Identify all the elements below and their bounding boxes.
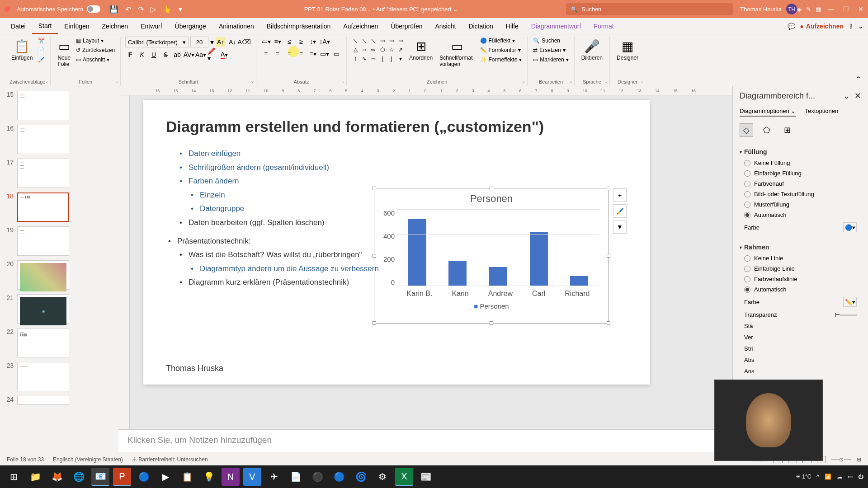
excel-icon[interactable]: X: [395, 468, 413, 486]
font-color-icon[interactable]: A▾: [219, 50, 229, 60]
tab-textoptionen[interactable]: Textoptionen: [805, 108, 838, 117]
radio-pattern-fill[interactable]: Musterfüllung: [740, 199, 861, 210]
pane-dropdown-icon[interactable]: ⌄: [843, 91, 850, 101]
toggle-switch-icon[interactable]: [87, 5, 100, 13]
bullet-item[interactable]: Farben ändern: [166, 174, 627, 188]
comments-icon[interactable]: 💬: [788, 23, 795, 30]
font-size-input[interactable]: 20: [190, 37, 208, 47]
customize-qat-icon[interactable]: ▾: [179, 5, 182, 14]
increase-indent-icon[interactable]: ≥: [296, 37, 306, 47]
app-icon[interactable]: 🌀: [352, 468, 370, 486]
tray-cloud-icon[interactable]: ☁: [837, 474, 842, 480]
tab-zeichnen[interactable]: Zeichnen: [96, 19, 135, 33]
slide-thumbnail-22[interactable]: ━━━▊▊▊▊: [17, 328, 69, 357]
collapse-ribbon-icon[interactable]: ⌄: [858, 23, 863, 30]
shape-connector-icon[interactable]: ⤳: [369, 55, 377, 63]
record-button[interactable]: Aufzeichnen: [800, 23, 844, 30]
effects-icon[interactable]: ⬠: [760, 123, 774, 137]
tab-format[interactable]: Format: [587, 19, 620, 33]
slide-canvas[interactable]: Diagramm erstellen und formatieren („cus…: [143, 100, 650, 385]
resize-handle[interactable]: [607, 187, 610, 190]
effects-button[interactable]: ✨ Formeffekte ▾: [479, 56, 523, 64]
undo-icon[interactable]: ↶: [125, 5, 131, 14]
align-left-icon[interactable]: ≡: [261, 49, 271, 59]
tab-diagrammoptionen[interactable]: Diagrammoptionen ⌄: [740, 108, 796, 117]
tab-aufzeichnen[interactable]: Aufzeichnen: [337, 19, 384, 33]
share-icon[interactable]: ⇪: [848, 23, 854, 30]
search-input[interactable]: 🔍 Suchen: [566, 3, 733, 15]
replace-button[interactable]: ⇄ Ersetzen ▾: [532, 46, 569, 54]
smartart-icon[interactable]: ▭: [331, 49, 341, 59]
case-icon[interactable]: Aa▾: [196, 50, 206, 60]
chart-legend[interactable]: Personen: [374, 298, 609, 314]
shapes-gallery[interactable]: ＼＼＼▭▭▭ △○⇨⬡☆↗ ⌇∿⤳{}▾: [351, 37, 405, 63]
chart-bar[interactable]: [570, 276, 588, 286]
horizontal-ruler[interactable]: 1615141312111098765432101234567891011121…: [118, 86, 732, 95]
chart-bar[interactable]: [489, 267, 507, 286]
align-text-icon[interactable]: ▭▾: [320, 49, 330, 59]
accessibility-checker[interactable]: ⚠ Barrierefreiheit: Untersuchen: [132, 456, 208, 463]
spacing-icon[interactable]: AV▾: [184, 50, 194, 60]
radio-no-line[interactable]: Keine Linie: [740, 253, 861, 263]
tab-einfuegen[interactable]: Einfügen: [58, 19, 95, 33]
maximize-icon[interactable]: ☐: [843, 5, 849, 13]
calendar-icon[interactable]: ▦: [816, 6, 821, 13]
shape-line-icon[interactable]: ＼: [351, 37, 359, 45]
firefox-icon[interactable]: 🦊: [48, 468, 66, 486]
file-explorer-icon[interactable]: 📁: [26, 468, 44, 486]
shape-triangle-icon[interactable]: △: [351, 46, 359, 54]
fill-color-picker[interactable]: 🔵▾: [843, 222, 857, 232]
line-spacing-icon[interactable]: ↕▾: [308, 37, 318, 47]
shape-arrow-icon[interactable]: ⇨: [369, 46, 377, 54]
slide-thumbnail-19[interactable]: ━━━～～～: [17, 226, 69, 256]
fill-line-icon[interactable]: ◇: [740, 123, 753, 137]
slide-thumbnail-21[interactable]: 🗺️: [17, 294, 69, 324]
shape-line-icon[interactable]: ＼: [360, 37, 368, 45]
shape-arrow-icon[interactable]: ↗: [396, 46, 405, 54]
columns-icon[interactable]: ≡▾: [308, 49, 318, 59]
numbering-icon[interactable]: ≡▾: [273, 37, 283, 47]
slide-thumbnail-16[interactable]: ══════: [17, 125, 69, 154]
start-menu-icon[interactable]: ⊞: [5, 468, 23, 486]
chart-elements-button[interactable]: +: [613, 188, 627, 202]
radio-auto-fill[interactable]: Automatisch: [740, 210, 861, 220]
bullets-icon[interactable]: ≔▾: [261, 37, 271, 47]
slide-thumbnail-20[interactable]: [17, 260, 69, 290]
shape-line-icon[interactable]: ＼: [369, 37, 377, 45]
bold-icon[interactable]: F: [125, 50, 135, 60]
radio-solid-fill[interactable]: Einfarbige Füllung: [740, 168, 861, 178]
telegram-icon[interactable]: ✈: [265, 468, 283, 486]
reset-button[interactable]: ↺ Zurücksetzen: [75, 46, 116, 54]
chart-bar[interactable]: [408, 219, 426, 286]
onenote-icon[interactable]: N: [222, 468, 240, 486]
tab-hilfe[interactable]: Hilfe: [500, 19, 525, 33]
shape-more-icon[interactable]: ▾: [396, 55, 405, 63]
slide-title[interactable]: Diagramm erstellen und formatieren („cus…: [166, 118, 627, 136]
user-account[interactable]: Thomas Hruska TH: [740, 4, 797, 14]
designer-button[interactable]: ▦Designer: [614, 37, 641, 63]
radio-auto-line[interactable]: Automatisch: [740, 284, 861, 295]
app-icon[interactable]: 💡: [200, 468, 218, 486]
bullet-item[interactable]: Daten einfügen: [166, 147, 627, 161]
clear-format-icon[interactable]: A⌫: [239, 37, 249, 47]
tab-diagrammentwurf[interactable]: Diagrammentwurf: [525, 19, 587, 33]
autosave-toggle[interactable]: Automatisches Speichern: [17, 5, 100, 13]
app-icon[interactable]: V: [243, 468, 261, 486]
slide-panel[interactable]: 15══════ 16══════ 17━━━━━━━━━ 18━━━ ▊▊▊ …: [0, 86, 118, 452]
pen-icon[interactable]: ✎: [806, 6, 811, 13]
format-painter-button[interactable]: 🖌️: [37, 56, 46, 64]
italic-icon[interactable]: K: [137, 50, 147, 60]
section-header[interactable]: Rahmen: [740, 241, 861, 253]
app-icon[interactable]: 🔵: [330, 468, 348, 486]
layout-button[interactable]: ▦ Layout ▾: [75, 37, 116, 45]
shape-brace-icon[interactable]: }: [387, 55, 396, 63]
decrease-font-icon[interactable]: A↓: [227, 37, 237, 47]
find-button[interactable]: 🔍 Suchen: [532, 37, 569, 45]
cut-button[interactable]: ✂️: [37, 37, 46, 45]
tab-animationen[interactable]: Animationen: [212, 19, 260, 33]
new-slide-button[interactable]: ▭Neue Folie: [55, 37, 73, 70]
chart-bar[interactable]: [530, 232, 548, 286]
shape-curve-icon[interactable]: ⌇: [351, 55, 359, 63]
outlook-icon[interactable]: 📧: [91, 468, 109, 486]
increase-font-icon[interactable]: A↑: [216, 37, 226, 47]
